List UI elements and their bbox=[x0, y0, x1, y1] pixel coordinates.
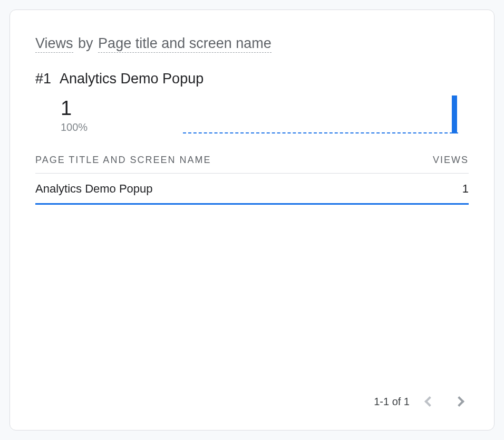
chevron-left-icon bbox=[424, 396, 435, 407]
stats-block: 1 100% bbox=[35, 98, 183, 133]
table-cell-value: 1 bbox=[462, 182, 469, 196]
top-item: #1 Analytics Demo Popup bbox=[35, 71, 469, 87]
table-header-metric: VIEWS bbox=[433, 155, 469, 166]
top-item-name: Analytics Demo Popup bbox=[60, 71, 203, 87]
pagination-label: 1-1 of 1 bbox=[374, 396, 410, 408]
title-dimension[interactable]: Page title and screen name bbox=[98, 35, 272, 53]
sparkline-baseline bbox=[183, 132, 458, 133]
card-title: Views by Page title and screen name bbox=[35, 35, 469, 52]
table-cell-name: Analytics Demo Popup bbox=[35, 182, 153, 196]
table-row[interactable]: Analytics Demo Popup 1 bbox=[35, 174, 469, 205]
top-item-percent: 100% bbox=[61, 121, 183, 133]
stats-chart-row: 1 100% bbox=[35, 91, 469, 133]
top-item-value: 1 bbox=[61, 98, 183, 118]
next-page-button[interactable] bbox=[450, 392, 469, 411]
pagination: 1-1 of 1 bbox=[35, 392, 469, 411]
table-header-dimension: PAGE TITLE AND SCREEN NAME bbox=[35, 155, 211, 166]
title-by: by bbox=[78, 35, 93, 51]
chevron-right-icon bbox=[454, 396, 464, 407]
spacer bbox=[35, 205, 469, 392]
top-item-rank: #1 bbox=[35, 71, 51, 87]
table-header: PAGE TITLE AND SCREEN NAME VIEWS bbox=[35, 155, 469, 174]
sparkline-chart bbox=[183, 91, 469, 133]
prev-page-button[interactable] bbox=[420, 392, 439, 411]
analytics-card: Views by Page title and screen name #1 A… bbox=[9, 9, 495, 431]
title-metric[interactable]: Views bbox=[35, 35, 73, 53]
sparkline-spike bbox=[452, 95, 457, 133]
